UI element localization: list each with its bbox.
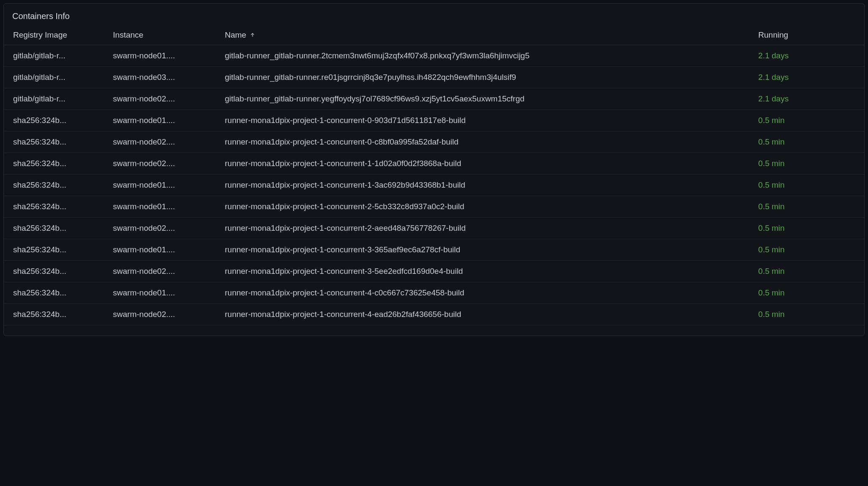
header-registry[interactable]: Registry Image bbox=[4, 26, 107, 45]
cell-name: runner-mona1dpix-project-1-concurrent-4-… bbox=[219, 282, 752, 304]
cell-running: 0.5 min bbox=[753, 196, 864, 218]
cell-registry: sha256:324b... bbox=[4, 196, 107, 218]
cell-instance: swarm-node01.... bbox=[107, 45, 219, 67]
header-running-label: Running bbox=[758, 30, 788, 39]
cell-registry: sha256:324b... bbox=[4, 175, 107, 196]
cell-name: runner-mona1dpix-project-1-concurrent-0-… bbox=[219, 131, 752, 153]
header-name-label: Name bbox=[225, 30, 246, 40]
header-instance[interactable]: Instance bbox=[107, 26, 219, 45]
cell-running: 0.5 min bbox=[753, 218, 864, 239]
cell-instance: swarm-node02.... bbox=[107, 218, 219, 239]
cell-name: runner-mona1dpix-project-1-concurrent-1-… bbox=[219, 175, 752, 196]
cell-registry: gitlab/gitlab-r... bbox=[4, 45, 107, 67]
panel-title: Containers Info bbox=[4, 8, 864, 26]
cell-running: 0.5 min bbox=[753, 175, 864, 196]
cell-registry: sha256:324b... bbox=[4, 153, 107, 175]
containers-table: Registry Image Instance Name Running bbox=[4, 26, 864, 325]
table-header-row: Registry Image Instance Name Running bbox=[4, 26, 864, 45]
cell-instance: swarm-node02.... bbox=[107, 131, 219, 153]
cell-registry: sha256:324b... bbox=[4, 304, 107, 325]
cell-running: 0.5 min bbox=[753, 304, 864, 325]
cell-registry: sha256:324b... bbox=[4, 131, 107, 153]
cell-instance: swarm-node03.... bbox=[107, 67, 219, 88]
table-row[interactable]: gitlab/gitlab-r...swarm-node02....gitlab… bbox=[4, 88, 864, 110]
table-row[interactable]: sha256:324b...swarm-node01....runner-mon… bbox=[4, 239, 864, 261]
header-instance-label: Instance bbox=[113, 30, 143, 39]
cell-registry: sha256:324b... bbox=[4, 282, 107, 304]
cell-registry: sha256:324b... bbox=[4, 218, 107, 239]
cell-instance: swarm-node02.... bbox=[107, 88, 219, 110]
cell-running: 0.5 min bbox=[753, 153, 864, 175]
cell-instance: swarm-node01.... bbox=[107, 282, 219, 304]
cell-name: gitlab-runner_gitlab-runner.re01jsgrrcin… bbox=[219, 67, 752, 88]
cell-name: runner-mona1dpix-project-1-concurrent-3-… bbox=[219, 261, 752, 282]
containers-info-panel: Containers Info Registry Image Instance … bbox=[3, 3, 865, 336]
table-row[interactable]: sha256:324b...swarm-node02....runner-mon… bbox=[4, 261, 864, 282]
table-row[interactable]: sha256:324b...swarm-node01....runner-mon… bbox=[4, 110, 864, 131]
cell-registry: gitlab/gitlab-r... bbox=[4, 67, 107, 88]
table-row[interactable]: sha256:324b...swarm-node01....runner-mon… bbox=[4, 196, 864, 218]
cell-name: runner-mona1dpix-project-1-concurrent-2-… bbox=[219, 196, 752, 218]
cell-name: runner-mona1dpix-project-1-concurrent-2-… bbox=[219, 218, 752, 239]
cell-instance: swarm-node02.... bbox=[107, 304, 219, 325]
cell-instance: swarm-node01.... bbox=[107, 196, 219, 218]
table-row[interactable]: sha256:324b...swarm-node02....runner-mon… bbox=[4, 304, 864, 325]
cell-instance: swarm-node01.... bbox=[107, 239, 219, 261]
cell-running: 0.5 min bbox=[753, 282, 864, 304]
header-name[interactable]: Name bbox=[219, 26, 752, 45]
table-row[interactable]: sha256:324b...swarm-node02....runner-mon… bbox=[4, 218, 864, 239]
table-row[interactable]: sha256:324b...swarm-node01....runner-mon… bbox=[4, 175, 864, 196]
table-row[interactable]: sha256:324b...swarm-node02....runner-mon… bbox=[4, 131, 864, 153]
cell-registry: sha256:324b... bbox=[4, 110, 107, 131]
cell-instance: swarm-node01.... bbox=[107, 110, 219, 131]
cell-instance: swarm-node02.... bbox=[107, 153, 219, 175]
table-row[interactable]: gitlab/gitlab-r...swarm-node03....gitlab… bbox=[4, 67, 864, 88]
header-registry-label: Registry Image bbox=[13, 30, 67, 39]
cell-running: 0.5 min bbox=[753, 261, 864, 282]
cell-running: 2.1 days bbox=[753, 67, 864, 88]
cell-instance: swarm-node01.... bbox=[107, 175, 219, 196]
table-row[interactable]: gitlab/gitlab-r...swarm-node01....gitlab… bbox=[4, 45, 864, 67]
cell-name: runner-mona1dpix-project-1-concurrent-3-… bbox=[219, 239, 752, 261]
cell-name: runner-mona1dpix-project-1-concurrent-4-… bbox=[219, 304, 752, 325]
cell-name: runner-mona1dpix-project-1-concurrent-0-… bbox=[219, 110, 752, 131]
header-name-sort[interactable]: Name bbox=[225, 30, 255, 40]
cell-running: 2.1 days bbox=[753, 45, 864, 67]
cell-name: runner-mona1dpix-project-1-concurrent-1-… bbox=[219, 153, 752, 175]
cell-name: gitlab-runner_gitlab-runner.2tcmem3nwt6m… bbox=[219, 45, 752, 67]
cell-instance: swarm-node02.... bbox=[107, 261, 219, 282]
cell-registry: sha256:324b... bbox=[4, 261, 107, 282]
cell-running: 0.5 min bbox=[753, 110, 864, 131]
header-running[interactable]: Running bbox=[753, 26, 864, 45]
cell-registry: gitlab/gitlab-r... bbox=[4, 88, 107, 110]
cell-registry: sha256:324b... bbox=[4, 239, 107, 261]
table-row[interactable]: sha256:324b...swarm-node02....runner-mon… bbox=[4, 153, 864, 175]
sort-ascending-icon bbox=[250, 32, 255, 38]
cell-running: 0.5 min bbox=[753, 131, 864, 153]
cell-running: 2.1 days bbox=[753, 88, 864, 110]
cell-running: 0.5 min bbox=[753, 239, 864, 261]
table-row[interactable]: sha256:324b...swarm-node01....runner-mon… bbox=[4, 282, 864, 304]
cell-name: gitlab-runner_gitlab-runner.yegffoydysj7… bbox=[219, 88, 752, 110]
